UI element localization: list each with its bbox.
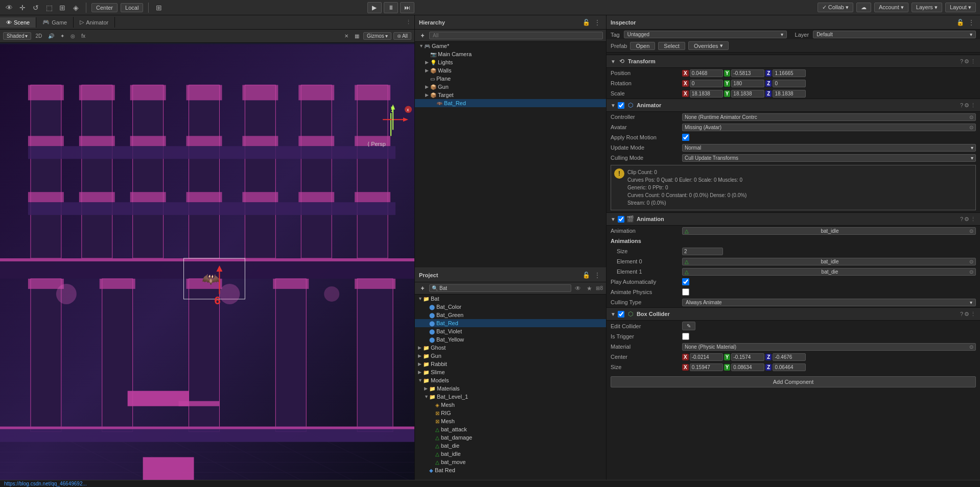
- hierarchy-item-gun[interactable]: ▶ 📦 Gun: [415, 83, 606, 91]
- rot-x-input[interactable]: [690, 80, 723, 87]
- project-content[interactable]: ▼ 📁 Bat ⬤ Bat_Color ⬤ Bat_Green: [415, 295, 606, 487]
- rot-y-input[interactable]: [731, 80, 764, 87]
- refresh-icon[interactable]: ↺: [31, 3, 41, 13]
- avatar-ref[interactable]: Missing (Avatar) ⊙: [682, 124, 976, 131]
- hierarchy-item-target[interactable]: ▶ 📦 Target: [415, 91, 606, 99]
- scale-x-input[interactable]: [690, 90, 723, 98]
- project-item-bat-level-1[interactable]: ▼ 📁 Bat_Level_1: [415, 393, 606, 401]
- culling-mode-dropdown[interactable]: Cull Update Transforms ▾: [682, 154, 976, 162]
- apply-root-motion-check[interactable]: [682, 134, 689, 141]
- animations-size-input[interactable]: [682, 248, 723, 255]
- play-button[interactable]: ▶: [367, 2, 382, 13]
- hierarchy-item-camera[interactable]: 📷 Main Camera: [415, 50, 606, 58]
- move-icon[interactable]: ✛: [17, 3, 28, 13]
- tag-dropdown[interactable]: Untagged ▾: [624, 31, 787, 38]
- transform-menu-btn[interactable]: ⋮: [970, 58, 976, 65]
- project-item-mesh-1[interactable]: ◈ Mesh: [415, 401, 606, 409]
- animation-settings-btn[interactable]: ⚙: [964, 216, 969, 223]
- project-menu-btn[interactable]: ⋮: [593, 271, 602, 280]
- animation-expand[interactable]: ▼: [611, 216, 616, 222]
- animator-enabled-check[interactable]: [618, 102, 624, 109]
- update-mode-dropdown[interactable]: Normal ▾: [682, 144, 976, 152]
- transform-expand[interactable]: ▼: [611, 59, 616, 64]
- animator-expand[interactable]: ▼: [611, 103, 616, 108]
- box-collider-help-btn[interactable]: ?: [960, 311, 963, 318]
- hierarchy-search[interactable]: [429, 32, 603, 39]
- expand-rabbit[interactable]: ▶: [418, 361, 423, 367]
- anim-culling-dropdown[interactable]: Always Animate ▾: [682, 299, 976, 306]
- project-star-btn[interactable]: ★: [585, 284, 594, 293]
- project-item-ghost[interactable]: ▶ 📁 Ghost: [415, 344, 606, 352]
- element1-ref[interactable]: △ bat_die ⊙: [682, 268, 976, 276]
- project-add-btn[interactable]: +: [418, 284, 427, 293]
- hierarchy-content[interactable]: ▼ 🎮 Game* 📷 Main Camera ▶ 💡 Lights: [415, 42, 606, 267]
- project-eye-btn[interactable]: 👁: [573, 284, 582, 293]
- layers-button[interactable]: Layers ▾: [912, 3, 942, 12]
- hierarchy-lock-btn[interactable]: 🔓: [581, 18, 591, 27]
- project-item-slime[interactable]: ▶ 📁 Slime: [415, 368, 606, 376]
- element0-ref[interactable]: △ bat_idle ⊙: [682, 258, 976, 265]
- all-dropdown[interactable]: ⊛ All: [393, 32, 411, 40]
- expand-models[interactable]: ▼: [418, 378, 423, 383]
- aspect-icon[interactable]: ▦: [353, 32, 361, 40]
- inspector-lock-btn[interactable]: 🔓: [955, 18, 965, 27]
- expand-bat-folder[interactable]: ▼: [418, 296, 423, 301]
- tab-animator[interactable]: ▷ Animator: [74, 17, 115, 28]
- animation-header[interactable]: ▼ 🎬 Animation ? ⚙ ⋮: [606, 212, 980, 226]
- hierarchy-menu-btn[interactable]: ⋮: [593, 18, 602, 27]
- project-item-bat-green[interactable]: ⬤ Bat_Green: [415, 311, 606, 319]
- nav-icon[interactable]: ◎: [68, 32, 77, 40]
- animator-header[interactable]: ▼ ⬡ Animator ? ⚙ ⋮: [606, 99, 980, 112]
- project-item-bat-red[interactable]: ⬤ Bat_Red: [415, 319, 606, 327]
- hierarchy-item-lights[interactable]: ▶ 💡 Lights: [415, 58, 606, 66]
- project-item-bat-color[interactable]: ⬤ Bat_Color: [415, 303, 606, 311]
- center-x-input[interactable]: [690, 353, 723, 361]
- animator-help-btn[interactable]: ?: [960, 102, 963, 109]
- overrides-btn[interactable]: Overrides ▾: [688, 41, 729, 50]
- twod-button[interactable]: 2D: [33, 32, 44, 40]
- hierarchy-item-plane[interactable]: ▭ Plane: [415, 75, 606, 83]
- project-search-input[interactable]: [439, 285, 569, 291]
- expand-target[interactable]: ▶: [425, 92, 430, 98]
- transform-help-btn[interactable]: ?: [960, 58, 963, 65]
- animator-settings-btn[interactable]: ⚙: [964, 102, 969, 109]
- tab-game[interactable]: 🎮 Game: [36, 17, 74, 28]
- project-item-bat-idle[interactable]: △ bat_idle: [415, 450, 606, 458]
- collider-material-ref[interactable]: None (Physic Material) ⊙: [682, 343, 976, 351]
- local-button[interactable]: Local: [121, 3, 143, 12]
- project-item-bat-yellow[interactable]: ⬤ Bat_Yellow: [415, 335, 606, 344]
- hide-icon[interactable]: ✕: [342, 32, 351, 40]
- collab-button[interactable]: ✓ Collab ▾: [818, 3, 853, 12]
- expand-gun-folder[interactable]: ▶: [418, 353, 423, 358]
- project-item-rabbit[interactable]: ▶ 📁 Rabbit: [415, 360, 606, 368]
- grid-icon[interactable]: ⊞: [154, 3, 164, 13]
- eye-icon[interactable]: 👁: [4, 3, 14, 13]
- size-y-input[interactable]: [731, 363, 764, 371]
- project-item-mesh-2[interactable]: ⊠ Mesh: [415, 417, 606, 425]
- transform-icon[interactable]: ⊞: [57, 3, 67, 13]
- pause-button[interactable]: ⏸: [384, 2, 398, 13]
- animation-help-btn[interactable]: ?: [960, 216, 963, 223]
- rot-z-input[interactable]: [773, 80, 806, 87]
- account-button[interactable]: Account ▾: [874, 3, 908, 12]
- project-item-bat[interactable]: ▼ 📁 Bat: [415, 295, 606, 303]
- expand-slime[interactable]: ▶: [418, 370, 423, 375]
- scene-view[interactable]: 🦇 y x ⟨ Persp 6: [0, 43, 414, 487]
- project-item-materials[interactable]: ▶ 📁 Materials: [415, 384, 606, 393]
- box-collider-header[interactable]: ▼ ⬡ Box Collider ? ⚙ ⋮: [606, 307, 980, 321]
- pos-x-input[interactable]: [690, 69, 723, 77]
- edit-collider-btn[interactable]: ✎: [682, 322, 695, 330]
- rect-icon[interactable]: ⬚: [44, 3, 54, 13]
- project-item-rig[interactable]: ⊠ RIG: [415, 409, 606, 417]
- project-item-bat-die[interactable]: △ bat_die: [415, 442, 606, 450]
- select-prefab-btn[interactable]: Select: [658, 42, 685, 50]
- animator-menu-btn[interactable]: ⋮: [970, 102, 976, 109]
- box-collider-enabled-check[interactable]: [618, 311, 624, 318]
- scale-z-input[interactable]: [773, 90, 806, 98]
- size-z-input[interactable]: [773, 363, 806, 371]
- scene-menu-btn[interactable]: ⋮: [403, 19, 414, 26]
- play-auto-check[interactable]: [682, 278, 689, 285]
- box-collider-expand[interactable]: ▼: [611, 311, 616, 317]
- fx-icon[interactable]: fx: [79, 32, 87, 40]
- animation-clip-ref[interactable]: △ bat_idle ⊙: [682, 227, 976, 235]
